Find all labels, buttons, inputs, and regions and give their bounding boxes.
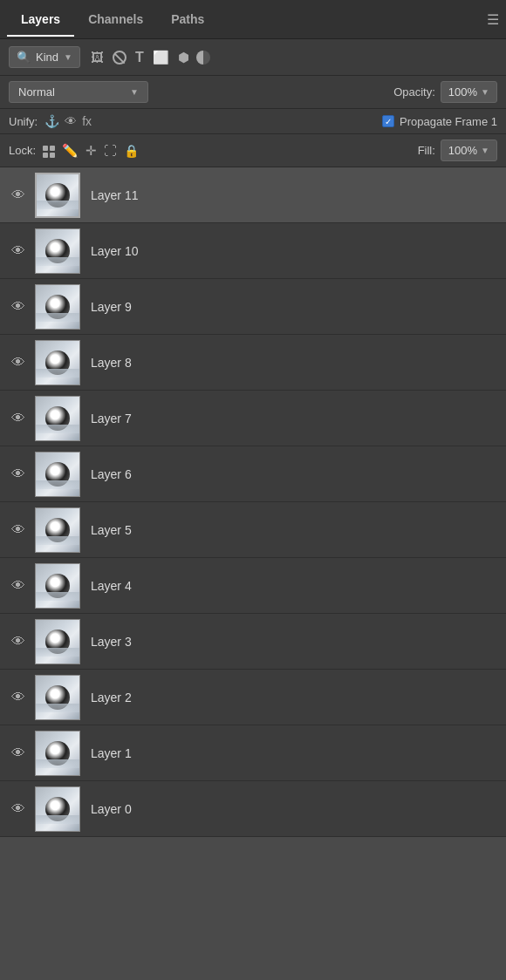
layer-thumb-5: [35, 507, 80, 553]
unify-visibility-icon[interactable]: 👁: [65, 114, 77, 128]
lock-row: Lock: ✏️ ✛ ⛶ 🔒 Fill: 100% ▼: [0, 134, 506, 167]
layer-item-10[interactable]: 👁Layer 10: [0, 223, 506, 279]
tab-paths[interactable]: Paths: [157, 3, 218, 37]
layer-name-1: Layer 1: [91, 746, 132, 760]
opacity-dropdown[interactable]: 100% ▼: [441, 81, 497, 103]
visibility-eye-1[interactable]: 👁: [9, 745, 28, 761]
layer-item-0[interactable]: 👁Layer 0: [0, 781, 506, 837]
image-filter-icon[interactable]: 🖼: [91, 50, 104, 65]
layer-item-11[interactable]: 👁Layer 11: [0, 167, 506, 223]
thumb-image-10: [36, 229, 79, 273]
visibility-eye-2[interactable]: 👁: [9, 690, 28, 705]
lock-position-icon[interactable]: ✛: [85, 143, 97, 159]
layer-name-2: Layer 2: [91, 691, 132, 704]
filter-row: 🔍 Kind ▼ 🖼 T ⬜ ⬢: [0, 39, 506, 76]
fill-dropdown[interactable]: 100% ▼: [441, 140, 497, 161]
thumb-image-9: [36, 285, 79, 329]
layer-thumb-2: [35, 675, 80, 720]
visibility-eye-6[interactable]: 👁: [9, 466, 28, 482]
layer-thumb-11: [35, 173, 80, 218]
lock-transparent-icon[interactable]: [43, 143, 55, 157]
opacity-label: Opacity:: [393, 85, 435, 99]
layer-name-7: Layer 7: [91, 412, 132, 425]
visibility-eye-0[interactable]: 👁: [9, 801, 28, 817]
layer-thumb-10: [35, 228, 80, 274]
unify-icons: ⚓ 👁 fx: [44, 114, 92, 128]
adjustment-filter-icon[interactable]: [113, 51, 126, 65]
panel-menu-icon[interactable]: ☰: [487, 11, 499, 28]
filter-toggle-switch[interactable]: [196, 51, 210, 65]
visibility-eye-10[interactable]: 👁: [9, 243, 28, 259]
propagate-checkbox[interactable]: [382, 115, 394, 127]
layer-thumb-0: [35, 786, 80, 832]
layer-thumb-7: [35, 396, 80, 441]
layer-thumb-3: [35, 619, 80, 664]
unify-label: Unify:: [9, 115, 38, 128]
visibility-eye-8[interactable]: 👁: [9, 355, 28, 371]
layer-name-4: Layer 4: [91, 579, 132, 593]
kind-label: Kind: [36, 51, 58, 64]
lock-all-icon[interactable]: 🔒: [124, 144, 139, 158]
layer-item-2[interactable]: 👁Layer 2: [0, 670, 506, 725]
layer-item-7[interactable]: 👁Layer 7: [0, 391, 506, 446]
type-filter-icon[interactable]: T: [135, 50, 144, 65]
blend-mode-value: Normal: [18, 85, 55, 99]
unify-link-icon[interactable]: ⚓: [44, 114, 59, 128]
search-icon: 🔍: [17, 51, 31, 64]
opacity-group: Opacity: 100% ▼: [393, 81, 497, 103]
layer-item-6[interactable]: 👁Layer 6: [0, 446, 506, 502]
unify-row: Unify: ⚓ 👁 fx Propagate Frame 1: [0, 109, 506, 134]
opacity-chevron: ▼: [481, 87, 489, 97]
layer-item-1[interactable]: 👁Layer 1: [0, 725, 506, 781]
thumb-image-7: [36, 397, 79, 440]
fill-label: Fill:: [418, 144, 435, 157]
layer-thumb-6: [35, 452, 80, 497]
layer-item-8[interactable]: 👁Layer 8: [0, 335, 506, 391]
lock-icons: ✏️ ✛ ⛶ 🔒: [43, 143, 139, 159]
blend-mode-chevron: ▼: [130, 87, 139, 97]
thumb-image-0: [36, 787, 79, 831]
lock-artboard-icon[interactable]: ⛶: [104, 143, 117, 158]
blend-mode-dropdown[interactable]: Normal ▼: [9, 81, 148, 103]
visibility-eye-5[interactable]: 👁: [9, 522, 28, 538]
unify-effects-icon[interactable]: fx: [82, 114, 92, 128]
thumb-image-1: [36, 732, 79, 775]
visibility-eye-3[interactable]: 👁: [9, 634, 28, 650]
blend-mode-row: Normal ▼ Opacity: 100% ▼: [0, 76, 506, 109]
layer-name-8: Layer 8: [91, 356, 132, 370]
layer-item-4[interactable]: 👁Layer 4: [0, 558, 506, 614]
smartobject-filter-icon[interactable]: ⬢: [178, 50, 189, 65]
layer-name-10: Layer 10: [91, 244, 138, 258]
tab-layers[interactable]: Layers: [7, 3, 74, 37]
thumb-image-4: [36, 564, 79, 608]
visibility-eye-7[interactable]: 👁: [9, 411, 28, 426]
tab-bar: Layers Channels Paths ☰: [0, 0, 506, 39]
thumb-image-2: [36, 676, 79, 719]
checkerboard-icon: [43, 146, 55, 158]
thumb-image-11: [37, 174, 79, 216]
thumb-image-8: [36, 341, 79, 385]
thumb-image-3: [36, 620, 79, 664]
visibility-eye-4[interactable]: 👁: [9, 578, 28, 594]
photoshop-layers-panel: Layers Channels Paths ☰ 🔍 Kind ▼ 🖼 T ⬜ ⬢…: [0, 0, 506, 837]
layer-thumb-8: [35, 340, 80, 385]
propagate-group: Propagate Frame 1: [382, 115, 497, 128]
layer-name-0: Layer 0: [91, 802, 132, 816]
lock-image-icon[interactable]: ✏️: [62, 143, 79, 159]
layer-item-5[interactable]: 👁Layer 5: [0, 502, 506, 558]
propagate-label: Propagate Frame 1: [400, 115, 497, 128]
kind-dropdown[interactable]: 🔍 Kind ▼: [9, 46, 80, 68]
visibility-eye-11[interactable]: 👁: [9, 187, 28, 203]
tab-channels[interactable]: Channels: [74, 3, 157, 37]
layer-name-6: Layer 6: [91, 467, 132, 481]
layer-item-9[interactable]: 👁Layer 9: [0, 279, 506, 335]
shape-filter-icon[interactable]: ⬜: [153, 50, 169, 65]
fill-chevron: ▼: [481, 146, 489, 155]
visibility-eye-9[interactable]: 👁: [9, 299, 28, 315]
layer-name-11: Layer 11: [91, 188, 138, 202]
fill-value: 100%: [448, 144, 477, 157]
filter-icons: 🖼 T ⬜ ⬢: [91, 50, 189, 65]
layer-item-3[interactable]: 👁Layer 3: [0, 614, 506, 670]
thumb-image-6: [36, 453, 79, 496]
lock-label: Lock:: [9, 144, 36, 157]
